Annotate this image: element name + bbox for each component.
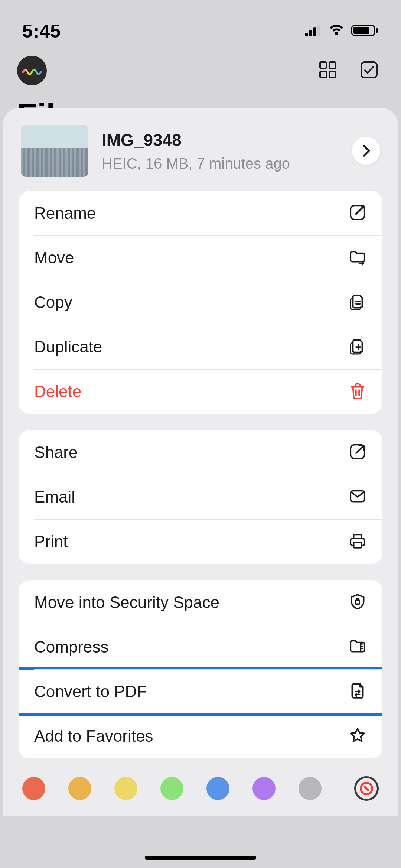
- svg-rect-6: [376, 28, 378, 33]
- file-thumbnail: [21, 125, 88, 177]
- wifi-icon: [328, 25, 345, 38]
- svg-rect-5: [353, 27, 369, 34]
- svg-rect-11: [361, 62, 377, 78]
- menu-label: Rename: [34, 204, 96, 222]
- menu-item-copy[interactable]: Copy: [19, 280, 382, 325]
- menu-label: Move into Security Space: [34, 593, 219, 612]
- clear-tag-button[interactable]: [354, 776, 379, 801]
- menu-item-compress[interactable]: Compress: [19, 625, 382, 669]
- color-tag-red[interactable]: [22, 777, 45, 800]
- menu-label: Share: [34, 443, 78, 462]
- file-detail-button[interactable]: [352, 137, 380, 165]
- move-folder-icon: [348, 248, 367, 268]
- svg-rect-3: [317, 25, 320, 36]
- svg-rect-0: [305, 33, 308, 36]
- menu-item-email[interactable]: Email: [19, 475, 382, 519]
- menu-label: Move: [34, 248, 74, 267]
- menu-item-delete[interactable]: Delete: [19, 369, 382, 414]
- shield-lock-icon: [348, 592, 367, 612]
- menu-item-share[interactable]: Share: [19, 430, 382, 475]
- color-tag-blue[interactable]: [206, 777, 229, 800]
- menu-item-security-space[interactable]: Move into Security Space: [19, 580, 382, 625]
- print-icon: [348, 531, 367, 552]
- zip-folder-icon: [348, 637, 367, 657]
- star-icon: [348, 726, 367, 746]
- convert-doc-icon: [348, 682, 367, 702]
- status-time: 5:45: [22, 20, 61, 42]
- menu-label: Copy: [34, 293, 72, 312]
- svg-rect-10: [329, 71, 336, 78]
- file-info-row[interactable]: IMG_9348 HEIC, 16 MB, 7 minutes ago: [10, 125, 391, 191]
- context-menu-sheet: IMG_9348 HEIC, 16 MB, 7 minutes ago Rena…: [3, 108, 398, 816]
- color-tag-purple[interactable]: [252, 777, 276, 800]
- file-name: IMG_9348: [102, 130, 339, 150]
- home-indicator[interactable]: [145, 856, 256, 860]
- menu-item-move[interactable]: Move: [19, 235, 382, 280]
- battery-icon: [351, 24, 379, 38]
- svg-rect-2: [313, 27, 316, 36]
- file-meta: HEIC, 16 MB, 7 minutes ago: [102, 155, 339, 172]
- status-indicators: [305, 24, 379, 38]
- menu-item-favorites[interactable]: Add to Favorites: [19, 714, 382, 758]
- copy-doc-icon: [348, 292, 367, 312]
- color-tags-row: [10, 770, 391, 801]
- menu-item-duplicate[interactable]: Duplicate: [19, 325, 382, 369]
- grid-view-icon[interactable]: [319, 61, 337, 81]
- color-tag-green[interactable]: [160, 777, 183, 800]
- color-tag-gray[interactable]: [299, 777, 322, 800]
- menu-label: Convert to PDF: [34, 682, 147, 701]
- menu-label: Duplicate: [34, 338, 102, 356]
- app-header: [0, 52, 401, 85]
- trash-icon: [348, 381, 367, 402]
- email-icon: [348, 487, 367, 507]
- color-tag-yellow[interactable]: [114, 777, 137, 800]
- select-icon[interactable]: [359, 60, 379, 81]
- menu-label: Delete: [34, 382, 81, 401]
- cellular-icon: [305, 25, 322, 38]
- svg-rect-15: [354, 542, 362, 548]
- status-bar: 5:45: [0, 0, 401, 52]
- rename-icon: [348, 203, 367, 223]
- menu-label: Compress: [34, 638, 109, 656]
- profile-avatar[interactable]: [17, 56, 47, 85]
- menu-item-rename[interactable]: Rename: [19, 191, 382, 235]
- svg-rect-7: [320, 62, 326, 68]
- menu-label: Email: [34, 488, 75, 506]
- svg-rect-16: [356, 600, 359, 604]
- menu-label: Add to Favorites: [34, 727, 153, 745]
- svg-rect-8: [329, 62, 336, 68]
- duplicate-doc-icon: [348, 337, 367, 357]
- menu-group-file-ops: Rename Move Copy Duplicate Delete: [19, 191, 382, 414]
- menu-label: Print: [34, 532, 68, 551]
- share-icon: [348, 442, 367, 462]
- menu-group-share: Share Email Print: [19, 430, 382, 564]
- color-tag-orange[interactable]: [68, 777, 91, 800]
- svg-rect-1: [309, 30, 312, 36]
- menu-item-convert-pdf[interactable]: Convert to PDF: [19, 669, 382, 714]
- menu-item-print[interactable]: Print: [19, 519, 382, 564]
- svg-rect-9: [320, 71, 326, 78]
- menu-group-advanced: Move into Security Space Compress Conver…: [19, 580, 382, 758]
